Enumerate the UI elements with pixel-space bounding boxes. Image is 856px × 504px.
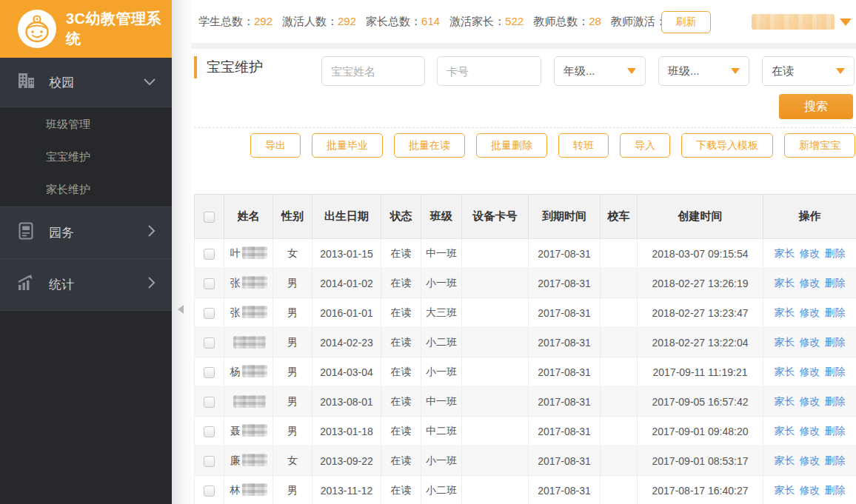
sidebar-subitem-1[interactable]: 宝宝维护 xyxy=(0,141,172,173)
sidebar-item-yuanwu[interactable]: 园务 xyxy=(0,207,172,259)
row-checkbox[interactable] xyxy=(204,397,215,408)
row-checkbox[interactable] xyxy=(204,367,215,378)
topbar: 学生总数：292激活人数：292家长总数：614激活家长：522教师总数：28教… xyxy=(191,0,856,43)
created-time-cell: 2017-09-11 11:19:21 xyxy=(638,357,763,387)
delete-link[interactable]: 删除 xyxy=(825,425,846,437)
device-card-cell xyxy=(462,387,529,417)
delete-link[interactable]: 删除 xyxy=(825,395,846,407)
parents-link[interactable]: 家长 xyxy=(775,395,795,407)
table-row: 杨男2014-03-04在读小一班2017-08-312017-09-11 11… xyxy=(195,357,856,387)
delete-link[interactable]: 删除 xyxy=(825,336,846,348)
baby-name-input[interactable] xyxy=(321,56,425,86)
column-header: 创建时间 xyxy=(638,195,763,239)
content-panel: 宝宝维护 年级... 班级... 在读 搜索 导出批量毕业批量在读批量删除转班导… xyxy=(191,49,856,504)
edit-link[interactable]: 修改 xyxy=(800,336,820,348)
grade-select[interactable]: 年级... xyxy=(554,56,646,86)
parents-link[interactable]: 家长 xyxy=(775,306,795,318)
status-cell: 在读 xyxy=(381,328,421,357)
name-text: 廉 xyxy=(230,454,241,466)
gender-cell: 男 xyxy=(273,476,312,504)
app-title: 3C幼教管理系统 xyxy=(66,9,172,49)
action-button-5[interactable]: 导入 xyxy=(620,133,670,158)
row-checkbox[interactable] xyxy=(204,426,215,437)
card-number-input[interactable] xyxy=(437,56,541,86)
parents-link[interactable]: 家长 xyxy=(775,425,795,437)
action-button-4[interactable]: 转班 xyxy=(558,133,609,158)
class-select[interactable]: 班级... xyxy=(658,56,749,86)
action-button-7[interactable]: 新增宝宝 xyxy=(784,133,855,158)
class-cell: 中一班 xyxy=(421,387,462,417)
select-all-checkbox[interactable] xyxy=(204,212,215,223)
name-text: 张 xyxy=(230,306,241,318)
edit-link[interactable]: 修改 xyxy=(800,277,820,289)
row-checkbox[interactable] xyxy=(204,308,215,319)
gender-cell: 男 xyxy=(273,417,312,446)
gender-cell: 男 xyxy=(273,269,312,298)
school-bus-cell xyxy=(601,387,638,417)
delete-link[interactable]: 删除 xyxy=(825,484,846,496)
sidebar-item-campus[interactable]: 校园 xyxy=(0,58,172,107)
parents-link[interactable]: 家长 xyxy=(775,277,795,289)
delete-link[interactable]: 删除 xyxy=(825,366,846,377)
row-checkbox[interactable] xyxy=(204,337,215,349)
edit-link[interactable]: 修改 xyxy=(800,395,820,407)
stat-value: 28 xyxy=(589,15,601,27)
edit-link[interactable]: 修改 xyxy=(800,306,820,318)
row-checkbox[interactable] xyxy=(204,456,215,467)
stat-value: 522 xyxy=(505,15,524,27)
row-checkbox[interactable] xyxy=(204,278,215,289)
birth-date-cell: 2014-01-02 xyxy=(312,269,381,298)
sidebar-subitem-2[interactable]: 家长维护 xyxy=(0,173,172,206)
collapse-sidebar-icon[interactable] xyxy=(178,305,184,314)
status-cell: 在读 xyxy=(381,417,421,446)
action-button-2[interactable]: 批量在读 xyxy=(394,133,465,158)
status-cell: 在读 xyxy=(381,387,421,417)
operations-cell: 家长修改删除 xyxy=(763,357,856,387)
edit-link[interactable]: 修改 xyxy=(800,247,820,259)
stat-label: 家长总数： xyxy=(366,15,421,27)
status-cell: 在读 xyxy=(381,269,421,298)
parents-link[interactable]: 家长 xyxy=(775,247,795,259)
edit-link[interactable]: 修改 xyxy=(800,454,820,466)
school-bus-cell xyxy=(601,476,638,504)
parents-link[interactable]: 家长 xyxy=(775,484,795,496)
created-time-cell: 2018-02-27 13:23:47 xyxy=(638,298,763,328)
birth-date-cell: 2014-03-04 xyxy=(312,357,381,387)
name-text: 杨 xyxy=(230,366,241,377)
delete-link[interactable]: 删除 xyxy=(825,247,846,259)
school-bus-cell xyxy=(601,328,638,357)
action-button-3[interactable]: 批量删除 xyxy=(476,133,547,158)
class-cell: 中一班 xyxy=(421,239,462,269)
expire-date-cell: 2017-08-31 xyxy=(529,446,601,476)
school-bus-cell xyxy=(601,298,638,328)
delete-link[interactable]: 删除 xyxy=(825,306,846,318)
status-select[interactable]: 在读 xyxy=(762,56,855,86)
stat-value: 614 xyxy=(421,15,440,27)
delete-link[interactable]: 删除 xyxy=(825,454,846,466)
school-bus-cell xyxy=(601,446,638,476)
name-cell: 张 xyxy=(224,298,273,328)
parents-link[interactable]: 家长 xyxy=(775,454,795,466)
created-time-cell: 2018-02-27 13:26:19 xyxy=(638,269,763,298)
user-menu[interactable] xyxy=(752,14,852,30)
action-button-0[interactable]: 导出 xyxy=(250,133,301,158)
search-button[interactable]: 搜索 xyxy=(779,94,853,119)
user-name-redacted xyxy=(752,14,835,30)
name-cell: 林 xyxy=(224,476,273,504)
action-button-1[interactable]: 批量毕业 xyxy=(312,133,383,158)
delete-link[interactable]: 删除 xyxy=(825,277,846,289)
sidebar-subitem-0[interactable]: 班级管理 xyxy=(0,108,172,141)
sidebar-item-tongji[interactable]: 统计 xyxy=(0,259,172,311)
edit-link[interactable]: 修改 xyxy=(800,484,820,496)
edit-link[interactable]: 修改 xyxy=(800,366,820,377)
name-cell xyxy=(224,387,273,417)
parents-link[interactable]: 家长 xyxy=(775,366,795,377)
parents-link[interactable]: 家长 xyxy=(775,336,795,348)
stat-label: 激活家长： xyxy=(449,15,505,27)
table-row: 聂男2013-01-18在读中二班2017-08-312017-09-01 09… xyxy=(195,417,856,446)
refresh-button[interactable]: 刷新 xyxy=(661,11,711,33)
row-checkbox[interactable] xyxy=(204,249,215,260)
edit-link[interactable]: 修改 xyxy=(800,425,820,437)
action-button-6[interactable]: 下载导入模板 xyxy=(681,133,773,158)
row-checkbox[interactable] xyxy=(204,485,215,497)
